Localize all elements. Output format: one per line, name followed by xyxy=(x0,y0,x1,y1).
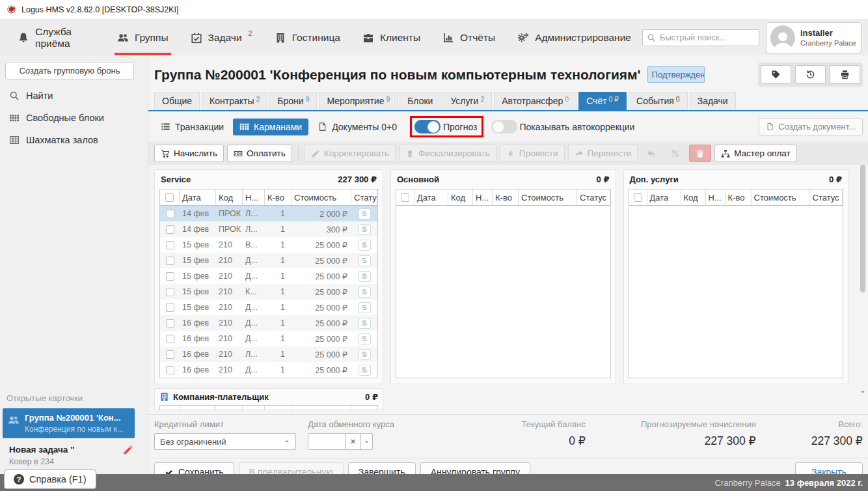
select-all-checkbox[interactable] xyxy=(401,193,409,202)
column-header[interactable]: К-во xyxy=(493,189,519,205)
nav-reports[interactable]: Отчёты xyxy=(431,20,506,55)
pay-button[interactable]: Оплатить xyxy=(227,145,292,162)
nav-administration[interactable]: Администрирование xyxy=(506,20,642,55)
column-header[interactable]: Статус xyxy=(351,189,377,205)
Л...[interactable]: 14 фев ПРОК Л... 1 300 ₽ S xyxy=(160,221,377,237)
tab-contracts[interactable]: Контракты 2 xyxy=(202,92,267,110)
row-checkbox[interactable] xyxy=(166,257,174,265)
open-card-group[interactable]: Группа №200001 'Кон... Конференция по но… xyxy=(3,408,135,438)
tab-bookings[interactable]: Брони 9 xyxy=(269,92,317,110)
history-button[interactable] xyxy=(795,65,826,84)
scroll-down-arrow[interactable] xyxy=(860,389,866,395)
Л...[interactable]: 14 фев ПРОК Л... 1 2 000 ₽ S xyxy=(160,206,377,221)
row-checkbox[interactable] xyxy=(166,241,174,249)
Д...[interactable]: 16 фев 210 Д... 1 25 000 ₽ S xyxy=(160,362,377,378)
column-header[interactable]: К-во xyxy=(726,189,752,205)
select-all-checkbox[interactable] xyxy=(634,193,642,202)
exchange-date-input[interactable] xyxy=(308,433,346,450)
accrue-button[interactable]: Начислить xyxy=(154,145,224,162)
close-button[interactable]: Закрыть xyxy=(795,462,863,474)
В...[interactable]: 15 фев 210 В... 1 25 000 ₽ S xyxy=(160,237,377,253)
nav-hotel[interactable]: Гостиница xyxy=(264,20,351,55)
column-header[interactable]: Код xyxy=(448,189,473,205)
row-checkbox[interactable] xyxy=(166,319,174,328)
sidebar-find[interactable]: Найти xyxy=(0,85,148,107)
pencil-icon[interactable] xyxy=(123,445,133,455)
Д...[interactable]: 16 фев 210 Д... 1 25 000 ₽ S xyxy=(160,315,377,331)
create-document-button[interactable]: Создать документ... xyxy=(759,118,863,135)
tab-general[interactable]: Общие xyxy=(154,92,200,110)
row-checkbox[interactable] xyxy=(166,272,174,281)
column-header[interactable]: Статус xyxy=(577,189,610,205)
payment-master-button[interactable]: Мастер оплат xyxy=(714,145,797,162)
column-header[interactable]: Дата xyxy=(180,189,216,205)
tab-events[interactable]: События 0 xyxy=(629,92,688,110)
column-header[interactable]: К-во xyxy=(265,189,292,205)
tab-autotransfer[interactable]: Автотрансфер 0 xyxy=(494,92,576,110)
column-header[interactable]: Код xyxy=(681,189,706,205)
select-all-checkbox[interactable] xyxy=(165,193,174,202)
tab-blocks[interactable]: Блоки xyxy=(400,92,441,110)
post-button[interactable]: Провести xyxy=(500,145,565,162)
fiscalize-button[interactable]: Фискализировать xyxy=(399,145,496,162)
row-checkbox[interactable] xyxy=(166,210,174,218)
transactions-view-button[interactable]: Транзакции xyxy=(154,119,230,135)
finish-button[interactable]: Завершить xyxy=(348,462,416,474)
column-header[interactable]: Н... xyxy=(706,189,726,205)
annul-group-button[interactable]: Аннулировать группу xyxy=(420,462,530,474)
autocorrections-toggle[interactable] xyxy=(491,120,517,133)
column-header[interactable]: Дата xyxy=(647,189,681,205)
row-checkbox[interactable] xyxy=(166,303,174,312)
column-header[interactable]: Н... xyxy=(243,189,265,205)
credit-limit-select[interactable]: Без ограничений xyxy=(154,433,296,450)
sidebar-hall-chess[interactable]: Шахматка залов xyxy=(0,129,148,151)
row-checkbox[interactable] xyxy=(166,225,174,234)
tab-invoice[interactable]: Счёт 0 ₽ xyxy=(578,92,627,110)
transfer-button[interactable]: Перенести xyxy=(568,145,638,162)
column-header[interactable]: Дата xyxy=(414,189,448,205)
forecast-toggle[interactable] xyxy=(414,120,441,133)
Л...[interactable]: 16 фев 210 Л... 1 25 000 ₽ S xyxy=(160,346,377,362)
undo-button[interactable] xyxy=(641,145,662,162)
save-button[interactable]: Сохранить xyxy=(154,462,234,474)
print-button[interactable] xyxy=(830,65,860,84)
nav-tasks[interactable]: Задачи 2 xyxy=(180,20,264,55)
discount-button[interactable] xyxy=(665,145,686,162)
tab-services[interactable]: Услуги 2 xyxy=(442,92,492,110)
Д...[interactable]: 15 фев 210 Д... 1 25 000 ₽ S xyxy=(160,253,377,268)
Д...[interactable]: 15 фев 210 Д... 1 25 000 ₽ S xyxy=(160,268,377,284)
help-button[interactable]: ? Справка (F1) xyxy=(4,470,96,489)
column-header[interactable]: Код xyxy=(216,189,243,205)
nav-clients[interactable]: Клиенты xyxy=(351,20,431,55)
open-card-task[interactable]: Новая задача '' Ковер в 234 xyxy=(9,445,135,466)
adjust-button[interactable]: Корректировать xyxy=(305,145,396,162)
column-header[interactable]: Стоимость xyxy=(519,189,577,205)
nav-groups[interactable]: Группы xyxy=(106,20,180,55)
vertical-scrollbar[interactable] xyxy=(860,165,865,386)
clear-date-button[interactable]: × xyxy=(346,433,361,450)
nav-front-desk[interactable]: Служба приёма xyxy=(7,20,106,55)
date-dropdown-button[interactable] xyxy=(361,433,373,450)
delete-button[interactable] xyxy=(689,145,711,162)
tab-tasks[interactable]: Задачи xyxy=(690,92,736,110)
documents-view-button[interactable]: Документы 0+0 xyxy=(311,119,403,135)
column-header[interactable]: Стоимость xyxy=(752,189,810,205)
tags-button[interactable] xyxy=(761,65,791,84)
quick-search-input[interactable] xyxy=(642,29,759,46)
row-checkbox[interactable] xyxy=(166,288,174,296)
create-group-booking-button[interactable]: Создать групповую бронь xyxy=(5,62,134,79)
row-checkbox[interactable] xyxy=(166,335,174,343)
column-header[interactable]: Н... xyxy=(473,189,493,205)
scrollbar-thumb[interactable] xyxy=(860,165,865,292)
pockets-view-button[interactable]: Карманами xyxy=(233,119,308,135)
column-header[interactable]: Статус xyxy=(810,189,843,205)
to-preliminary-button[interactable]: В предварительную xyxy=(239,462,344,474)
row-checkbox[interactable] xyxy=(166,350,174,359)
user-panel[interactable]: installer Cranberry Palace xyxy=(766,22,861,53)
К...[interactable]: 15 фев 210 К... 1 25 000 ₽ S xyxy=(160,284,377,300)
tab-event[interactable]: Мероприятие 9 xyxy=(319,92,398,110)
row-checkbox[interactable] xyxy=(166,366,174,374)
column-header[interactable]: Стоимость xyxy=(292,189,351,205)
Д...[interactable]: 15 фев 210 Д... 1 25 000 ₽ S xyxy=(160,300,377,315)
Д...[interactable]: 16 фев 210 Д... 1 25 000 ₽ S xyxy=(160,331,377,346)
